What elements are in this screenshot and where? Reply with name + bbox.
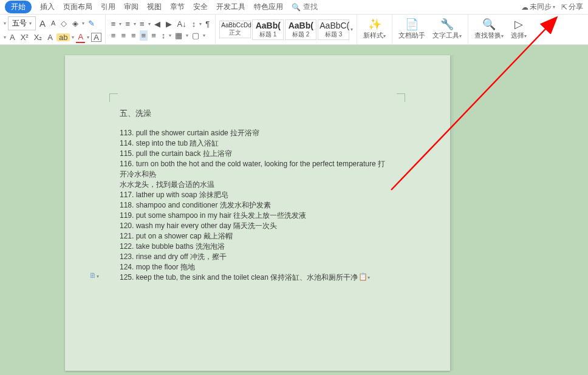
text-line: 125. keep the tub, the sink and the toil… <box>120 272 389 282</box>
styles-more-button[interactable]: ▾ <box>350 27 353 32</box>
text-line: 124. mop the floor 拖地 <box>120 262 389 272</box>
document-page[interactable]: 🗎▾ 📋▾ 五、洗澡 113. pull the shower curtain … <box>65 55 450 371</box>
search-label: 查找 <box>303 2 318 12</box>
text-tools-label: 文字工具 <box>432 32 459 39</box>
case-button[interactable]: ◈ <box>70 18 80 29</box>
tab-references[interactable]: 引用 <box>101 2 115 12</box>
tab-pagelayout[interactable]: 页面布局 <box>63 2 92 12</box>
style-label: 标题 2 <box>292 31 309 38</box>
chevron-down-icon[interactable]: ▾ <box>82 21 84 26</box>
style-normal[interactable]: AaBbCcDd 正文 <box>219 21 251 38</box>
tab-devtools[interactable]: 开发工具 <box>216 2 245 12</box>
char-border-button[interactable]: A <box>91 33 101 42</box>
shading-button[interactable]: ▦ <box>173 30 184 41</box>
multilevel-button[interactable]: ≡ <box>138 19 146 29</box>
menu-bar: 开始 插入 页面布局 引用 审阅 视图 章节 安全 开发工具 特色应用 🔍 查找… <box>0 0 588 15</box>
style-h2[interactable]: AaBb( 标题 2 <box>285 19 316 40</box>
document-icon: 📄 <box>405 19 419 30</box>
share-label: 分享 <box>569 2 583 12</box>
chevron-down-icon[interactable]: ▾ <box>4 21 6 26</box>
doc-helper-label: 文档助手 <box>398 31 425 40</box>
text-line: 123. rinse and dry off 冲洗，擦干 <box>120 252 389 262</box>
tab-insert[interactable]: 插入 <box>40 2 55 12</box>
numbering-button[interactable]: ≡ <box>123 19 132 29</box>
chevron-down-icon[interactable]: ▾ <box>119 21 121 27</box>
sync-status[interactable]: ☁ 未同步 ▾ <box>521 2 555 12</box>
chevron-down-icon[interactable]: ▾ <box>199 21 202 27</box>
highlight-button[interactable]: ab <box>56 33 70 41</box>
share-icon: ⇱ <box>561 3 567 12</box>
font-group: ▾ 五号 ▾ A A ◇ ◈ ▾ ✎ ▾ A X² X₂ A ab ▾ <box>0 15 106 45</box>
strike-button[interactable]: A <box>8 32 17 42</box>
grow-font-button[interactable]: A <box>38 18 47 29</box>
find-replace-label: 查找替换 <box>474 32 501 39</box>
sort-button[interactable]: A↓ <box>176 19 188 29</box>
text-direction-button[interactable]: ↕ <box>160 30 168 41</box>
clear-format-button[interactable]: ◇ <box>59 18 69 29</box>
section-title: 五、洗澡 <box>120 109 389 118</box>
text-tools-button[interactable]: 🔧 文字工具▾ <box>430 19 464 40</box>
sync-label: 未同步 <box>530 2 552 12</box>
sup-button[interactable]: X² <box>19 32 30 42</box>
distribute-button[interactable]: ≡ <box>149 30 158 41</box>
text-line: 122. take bubble baths 洗泡泡浴 <box>120 242 389 251</box>
margin-guide-tr <box>397 93 405 102</box>
tab-security[interactable]: 安全 <box>193 2 208 12</box>
chevron-down-icon[interactable]: ▾ <box>148 21 151 27</box>
new-style-button[interactable]: ✨ 新样式▾ <box>361 19 388 40</box>
paste-floater[interactable]: 🗎▾ <box>89 271 99 280</box>
indent-dec-button[interactable]: ◀ <box>152 19 162 29</box>
tab-chapter[interactable]: 章节 <box>170 2 185 12</box>
cursor-icon: ▷ <box>514 19 523 30</box>
document-canvas[interactable]: 🗎▾ 📋▾ 五、洗澡 113. pull the shower curtain … <box>0 45 588 375</box>
chevron-down-icon: ▾ <box>459 33 462 39</box>
paragraph-mark-button[interactable]: ¶ <box>203 19 211 29</box>
fx-button[interactable]: A <box>46 32 55 42</box>
font-size-select[interactable]: 五号 ▾ <box>8 16 36 30</box>
tab-review[interactable]: 审阅 <box>124 2 138 12</box>
find-replace-button[interactable]: 🔍 查找替换▾ <box>472 19 506 40</box>
indent-inc-button[interactable]: ▶ <box>164 19 174 29</box>
align-justify-button[interactable]: ≡ <box>140 30 148 41</box>
share-button[interactable]: ⇱ 分享 <box>561 2 583 12</box>
style-preview: AaBb( <box>254 21 282 30</box>
linespacing-button[interactable]: ↕ <box>190 19 198 29</box>
tab-special[interactable]: 特色应用 <box>254 2 283 12</box>
document-content[interactable]: 五、洗澡 113. pull the shower curtain aside … <box>120 109 389 283</box>
styles-group: AaBbCcDd 正文 AaBb( 标题 1 AaBb( 标题 2 AaBbC(… <box>216 15 357 45</box>
tab-start[interactable]: 开始 <box>5 1 32 13</box>
style-h3[interactable]: AaBbC( 标题 3 <box>318 19 349 40</box>
chevron-down-icon[interactable]: ▾ <box>87 35 89 40</box>
select-label: 选择 <box>511 32 524 39</box>
chevron-down-icon[interactable]: ▾ <box>72 35 74 40</box>
sub-button[interactable]: X₂ <box>32 32 44 42</box>
search-button[interactable]: 🔍 查找 <box>292 2 318 12</box>
shrink-font-button[interactable]: A <box>49 19 57 28</box>
borders-button[interactable]: ▢ <box>190 30 201 41</box>
search-icon: 🔍 <box>292 3 301 12</box>
chevron-down-icon[interactable]: ▾ <box>134 21 136 27</box>
text-line: 114. step into the tub 踏入浴缸 <box>120 138 389 148</box>
bullets-button[interactable]: ≡ <box>109 19 118 29</box>
style-h1[interactable]: AaBb( 标题 1 <box>252 19 284 40</box>
ribbon-toolbar: ▾ 五号 ▾ A A ◇ ◈ ▾ ✎ ▾ A X² X₂ A ab ▾ <box>0 15 588 45</box>
paragraph-group: ≡▾ ≡▾ ≡▾ ◀ ▶ A↓ ↕▾ ¶ ≡ ≡ ≡ ≡ ≡ ↕▾ ▦▾ ▢▾ <box>106 15 216 45</box>
doc-helper-button[interactable]: 📄 文档助手 <box>396 19 428 40</box>
align-left-button[interactable]: ≡ <box>109 30 118 41</box>
text-line: 开冷水和热 <box>120 169 389 179</box>
chevron-down-icon[interactable]: ▾ <box>203 33 205 38</box>
chevron-down-icon: ▾ <box>383 33 386 39</box>
font-color-button[interactable]: A <box>76 32 85 43</box>
format-painter-button[interactable]: ✎ <box>86 18 97 29</box>
chevron-down-icon[interactable]: ▾ <box>169 33 171 38</box>
text-line: 121. put on a shower cap 戴上浴帽 <box>120 231 389 241</box>
chevron-down-icon[interactable]: ▾ <box>186 33 188 38</box>
chevron-down-icon: ▾ <box>501 33 504 39</box>
align-right-button[interactable]: ≡ <box>129 30 138 41</box>
select-button[interactable]: ▷ 选择▾ <box>508 19 529 40</box>
magnifier-icon: 🔍 <box>482 19 496 30</box>
tab-view[interactable]: 视图 <box>147 2 162 12</box>
align-center-button[interactable]: ≡ <box>119 30 128 41</box>
style-preview: AaBbC( <box>320 21 347 30</box>
chevron-down-icon[interactable]: ▾ <box>4 35 6 40</box>
